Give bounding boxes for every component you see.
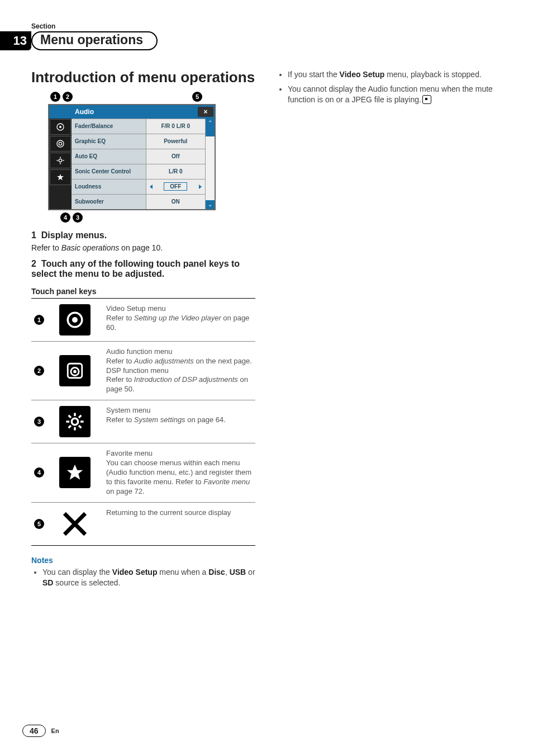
row-description: Favorite menuYou can choose menus within… [103,449,255,496]
right-column: If you start the Video Setup menu, playb… [278,69,502,590]
step: 1 Display menus. [31,230,255,240]
scroll-down-icon[interactable]: ⌄ [206,200,215,209]
menu-row[interactable]: Sonic Center ControlL/R 0 [72,164,205,179]
row-description: System menuRefer to System settings on p… [103,406,255,437]
menu-row-name: Loudness [72,179,146,194]
menu-row[interactable]: Fader/BalanceF/R 0 L/R 0 [72,119,205,134]
menu-row-name: Sonic Center Control [72,164,146,179]
menu-diagram: 125 Audio × Fader/Balan [48,92,216,225]
svg-point-2 [57,140,64,147]
menu-row-value[interactable]: OFF [146,179,205,194]
table-row: 4Favorite menuYou can choose menus withi… [31,443,255,502]
menu-row[interactable]: Auto EQOff [72,149,205,164]
svg-point-11 [72,317,78,323]
notes-heading: Notes [31,556,255,565]
row-description: Video Setup menuRefer to Setting up the … [103,304,255,336]
section-label: Section [31,22,502,30]
device-header: Audio × [49,105,215,119]
chapter-header: 13 Menu operations [31,31,502,50]
notes-list-right: If you start the Video Setup menu, playb… [278,69,502,106]
menu-row-name: Auto EQ [72,149,146,164]
page-number: 46 [22,725,46,737]
stop-icon [422,95,431,104]
svg-point-15 [72,419,78,425]
menu-row-name: Fader/Balance [72,119,146,134]
left-column: Introduction of menu operations 125 Audi… [31,69,255,590]
scroll-up-icon[interactable]: ⌃ [206,119,215,127]
row-marker: 3 [34,417,44,427]
gear-icon[interactable] [47,406,103,437]
step-body: Refer to Basic operations on page 10. [31,243,255,253]
row-description: Audio function menuRefer to Audio adjust… [103,347,255,394]
svg-point-4 [59,159,61,162]
svg-marker-24 [67,465,83,480]
menu-row-value[interactable]: ON [146,195,205,209]
table-row: 5Returning to the current source display [31,502,255,545]
side-speaker-icon[interactable] [50,136,71,152]
svg-line-22 [69,426,71,428]
close-icon[interactable]: × [198,107,213,117]
disc-icon[interactable] [47,304,103,336]
callout-5: 5 [192,92,202,102]
row-marker: 5 [34,519,44,529]
menu-row[interactable]: LoudnessOFF [72,179,205,194]
svg-point-14 [73,370,77,374]
chapter-frame: Menu operations [31,31,158,50]
chapter-title: Menu operations [40,32,143,47]
touch-panel-table: 1Video Setup menuRefer to Setting up the… [31,298,255,546]
section-number-badge: 13 [0,31,31,50]
scroll-thumb[interactable] [206,127,215,136]
row-description: Returning to the current source display [103,508,255,540]
menu-row[interactable]: SubwooferON [72,194,205,209]
callout-2: 2 [63,92,73,102]
language-label: En [51,727,59,734]
scrollbar[interactable]: ⌃ ⌄ [205,119,215,209]
side-disc-icon[interactable] [50,119,71,135]
svg-line-20 [69,415,71,418]
speaker-icon[interactable] [47,347,103,394]
side-icons [49,119,72,209]
touch-panel-heading: Touch panel keys [31,287,255,296]
notes-list-left: You can display the Video Setup menu whe… [31,567,255,588]
device-screenshot: Audio × Fader/BalanceF/R 0 L/R 0Graphic … [48,104,216,210]
table-row: 3System menuRefer to System settings on … [31,400,255,443]
star-icon[interactable] [47,449,103,496]
callout-1: 1 [50,92,60,102]
row-marker: 1 [34,315,44,325]
svg-marker-9 [57,174,64,180]
side-gear-icon[interactable] [50,153,71,168]
page: Section 13 Menu operations Introduction … [0,0,533,756]
note-item: You cannot display the Audio function me… [288,84,502,106]
menu-row-value[interactable]: Off [146,149,205,164]
note-item: You can display the Video Setup menu whe… [42,567,255,588]
svg-line-21 [79,426,81,428]
callout-4: 4 [60,212,70,223]
svg-point-1 [59,126,61,128]
menu-row-name: Graphic EQ [72,134,146,149]
main-heading: Introduction of menu operations [31,69,255,86]
device-title: Audio [72,108,197,116]
row-marker: 2 [34,366,44,376]
table-row: 1Video Setup menuRefer to Setting up the… [31,299,255,341]
menu-row[interactable]: Graphic EQPowerful [72,134,205,149]
step: 2 Touch any of the following touch panel… [31,259,255,279]
side-star-icon[interactable] [50,169,71,185]
page-footer: 46 En [22,725,59,737]
callout-3: 3 [73,212,83,223]
menu-row-value[interactable]: F/R 0 L/R 0 [146,119,205,134]
menu-row-name: Subwoofer [72,195,146,209]
close-icon[interactable] [47,508,103,540]
menu-row-value[interactable]: Powerful [146,134,205,149]
row-marker: 4 [34,467,44,478]
svg-point-3 [59,142,61,145]
svg-line-23 [79,415,81,418]
note-item: If you start the Video Setup menu, playb… [288,69,502,81]
menu-row-value[interactable]: L/R 0 [146,164,205,179]
table-row: 2Audio function menuRefer to Audio adjus… [31,341,255,400]
